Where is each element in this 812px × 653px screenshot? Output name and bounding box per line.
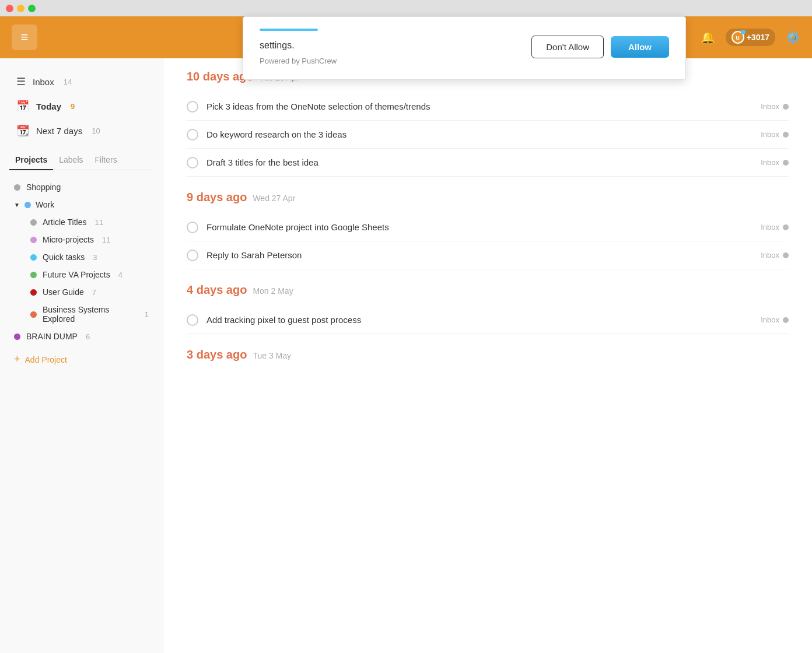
- task-inbox-t6: Inbox: [761, 315, 789, 324]
- task-inbox-label-t1: Inbox: [761, 102, 779, 111]
- sidebar-item-next7[interactable]: 📆 Next 7 days 10: [9, 119, 153, 142]
- notification-popup-overlay: settings. Powered by PushCrew Don't Allo…: [117, 16, 812, 80]
- project-item-user-guide[interactable]: User Guide 7: [26, 283, 153, 301]
- project-label-future-va: Future VA Projects: [43, 270, 110, 279]
- project-count-future-va: 4: [118, 271, 123, 279]
- project-item-quick-tasks[interactable]: Quick tasks 3: [26, 248, 153, 266]
- tab-labels[interactable]: Labels: [53, 152, 89, 170]
- project-dot-business-systems: [30, 311, 37, 318]
- popup-message: settings.: [260, 40, 520, 51]
- task-item-t2: Do keyword research on the 3 ideas Inbox: [187, 121, 789, 149]
- project-item-future-va[interactable]: Future VA Projects 4: [26, 266, 153, 283]
- task-inbox-dot-t4: [783, 224, 789, 230]
- inbox-icon: ☰: [16, 75, 26, 88]
- tab-projects[interactable]: Projects: [9, 152, 53, 170]
- project-dot-shopping: [14, 184, 20, 191]
- task-text-t5: Reply to Sarah Peterson: [206, 249, 752, 261]
- date-sub-9-days: Wed 27 Apr: [253, 194, 295, 203]
- tab-filters[interactable]: Filters: [89, 152, 123, 170]
- add-project-button[interactable]: + Add Project: [9, 349, 153, 370]
- minimize-button[interactable]: [17, 5, 24, 12]
- sidebar-item-today[interactable]: 📅 Today 9: [9, 94, 153, 118]
- project-item-brain-dump[interactable]: BRAIN DUMP 6: [9, 328, 153, 345]
- maximize-button[interactable]: [28, 5, 36, 12]
- project-dot-future-va: [30, 272, 37, 278]
- project-item-business-systems[interactable]: Business Systems Explored 1: [26, 301, 153, 328]
- popup-text-area: settings. Powered by PushCrew: [260, 29, 520, 65]
- app-logo[interactable]: ≡: [12, 24, 37, 50]
- task-checkbox-t2[interactable]: [187, 129, 198, 141]
- project-item-work[interactable]: ▼ Work: [9, 196, 153, 213]
- task-inbox-dot-t1: [783, 104, 789, 110]
- today-icon: 📅: [16, 100, 29, 113]
- task-item-t1: Pick 3 ideas from the OneNote selection …: [187, 93, 789, 121]
- task-inbox-t4: Inbox: [761, 223, 789, 231]
- task-inbox-dot-t5: [783, 252, 789, 258]
- task-checkbox-t5[interactable]: [187, 250, 198, 261]
- popup-buttons: Don't Allow Allow: [531, 36, 669, 58]
- project-label-quick-tasks: Quick tasks: [43, 252, 85, 262]
- project-label-shopping: Shopping: [26, 182, 61, 192]
- project-count-micro-projects: 11: [102, 236, 110, 244]
- task-group-10-days: 10 days ago Tue 26 Apr Pick 3 ideas from…: [187, 70, 789, 177]
- task-inbox-label-t3: Inbox: [761, 158, 779, 167]
- project-label-micro-projects: Micro-projects: [43, 235, 94, 244]
- date-main-9-days: 9 days ago: [187, 191, 247, 204]
- task-inbox-label-t5: Inbox: [761, 251, 779, 259]
- task-text-t3: Draft 3 titles for the best idea: [206, 156, 752, 168]
- date-main-4-days: 4 days ago: [187, 283, 247, 297]
- project-dot-micro-projects: [30, 237, 37, 243]
- project-count-brain-dump: 6: [86, 332, 90, 341]
- task-text-t1: Pick 3 ideas from the OneNote selection …: [206, 100, 752, 113]
- task-inbox-label-t6: Inbox: [761, 315, 779, 324]
- add-project-label: Add Project: [25, 355, 67, 364]
- task-item-t6: Add tracking pixel to guest post process…: [187, 306, 789, 334]
- next7-icon: 📆: [16, 124, 29, 137]
- task-checkbox-t3[interactable]: [187, 157, 198, 168]
- date-heading-3-days: 3 days ago Tue 3 May: [187, 348, 789, 361]
- popup-powered-by: Powered by PushCrew: [260, 57, 520, 65]
- dont-allow-button[interactable]: Don't Allow: [531, 36, 604, 58]
- project-count-user-guide: 7: [92, 288, 96, 297]
- task-inbox-t2: Inbox: [761, 130, 789, 139]
- task-checkbox-t6[interactable]: [187, 314, 198, 326]
- task-item-t4: Formulate OneNote project into Google Sh…: [187, 213, 789, 241]
- task-checkbox-t1[interactable]: [187, 101, 198, 113]
- work-subprojects: Article Titles 11 Micro-projects 11 Quic…: [9, 213, 153, 328]
- project-dot-article-titles: [30, 219, 37, 226]
- next7-count: 10: [92, 127, 100, 135]
- project-item-micro-projects[interactable]: Micro-projects 11: [26, 231, 153, 248]
- add-project-icon: +: [14, 353, 20, 366]
- task-text-t6: Add tracking pixel to guest post process: [206, 314, 752, 326]
- project-count-business-systems: 1: [145, 310, 149, 319]
- sidebar-tabs: Projects Labels Filters: [9, 152, 153, 170]
- popup-progress-bar: [260, 29, 318, 31]
- task-inbox-label-t4: Inbox: [761, 223, 779, 231]
- task-inbox-t5: Inbox: [761, 251, 789, 259]
- project-label-work: Work: [36, 200, 54, 209]
- project-item-shopping[interactable]: Shopping: [9, 178, 153, 196]
- project-count-quick-tasks: 3: [93, 253, 97, 262]
- app-header: ≡ settings. Powered by PushCrew Don't Al…: [0, 16, 812, 58]
- project-label-article-titles: Article Titles: [43, 217, 86, 227]
- project-dot-work: [24, 202, 31, 208]
- allow-button[interactable]: Allow: [611, 36, 669, 58]
- task-checkbox-t4[interactable]: [187, 222, 198, 233]
- task-inbox-dot-t2: [783, 132, 789, 138]
- date-sub-3-days: Tue 3 May: [253, 351, 291, 360]
- project-item-article-titles[interactable]: Article Titles 11: [26, 213, 153, 231]
- main-content: ☰ Inbox 14 📅 Today 9 📆 Next 7 days 10 Pr…: [0, 58, 812, 653]
- task-group-9-days: 9 days ago Wed 27 Apr Formulate OneNote …: [187, 191, 789, 269]
- next7-label: Next 7 days: [36, 126, 82, 136]
- expand-arrow-work: ▼: [14, 202, 20, 208]
- close-button[interactable]: [6, 5, 13, 12]
- task-group-3-days: 3 days ago Tue 3 May: [187, 348, 789, 361]
- date-main-3-days: 3 days ago: [187, 348, 247, 361]
- title-bar: [0, 0, 812, 16]
- inbox-label: Inbox: [33, 77, 54, 87]
- project-dot-brain-dump: [14, 333, 20, 340]
- task-inbox-dot-t3: [783, 160, 789, 166]
- today-label: Today: [36, 101, 61, 111]
- sidebar: ☰ Inbox 14 📅 Today 9 📆 Next 7 days 10 Pr…: [0, 58, 163, 653]
- project-label-brain-dump: BRAIN DUMP: [26, 332, 78, 341]
